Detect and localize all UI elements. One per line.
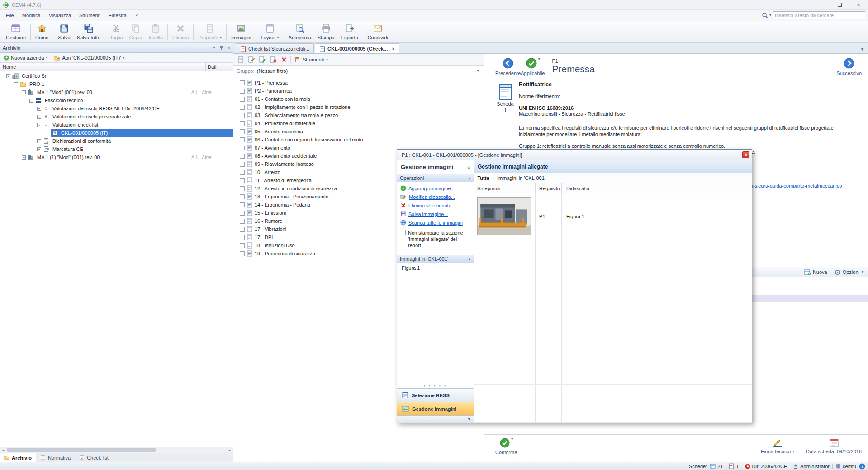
requisito-checkbox[interactable] (240, 80, 245, 85)
condividi-button[interactable]: Condividi (365, 22, 391, 42)
menu-item[interactable]: ? (131, 11, 142, 20)
elimina-selezionata-link[interactable]: Elimina selezionata (400, 202, 470, 209)
machine-thumbnail[interactable] (477, 197, 531, 235)
requisito-checkbox[interactable] (240, 219, 245, 224)
requisito-checkbox[interactable] (240, 202, 245, 207)
tree-expander[interactable] (37, 139, 41, 143)
doc-tab-ckl001[interactable]: CKL-001/000005 (Check... × (315, 43, 399, 53)
requisito-checkbox[interactable] (240, 113, 245, 118)
tab-checklist[interactable]: Check list (75, 453, 113, 462)
nav-splitter[interactable]: ● ● ● ● ● (397, 384, 474, 388)
requisito-item[interactable]: 04 - Proiezione di materiale (233, 119, 484, 127)
requisito-checkbox[interactable] (240, 89, 245, 94)
scrollbar-thumb[interactable] (7, 448, 156, 452)
salva-tutto-button[interactable]: Salva tutto (74, 22, 104, 42)
panel-close-icon[interactable]: × (228, 45, 230, 51)
requisito-checkbox[interactable] (240, 162, 245, 167)
requisito-checkbox[interactable] (240, 154, 245, 159)
conforme-caret[interactable]: ▾ (511, 437, 513, 441)
tree-item-ckl[interactable]: CKL-001/000005 (IT) (0, 129, 233, 137)
collapse-chevron-icon[interactable]: « (467, 164, 470, 170)
successivo-button[interactable]: Successivo (836, 57, 862, 76)
doc-check-tool-icon[interactable] (258, 55, 267, 64)
conforme-button[interactable]: ▾ Conforme (495, 437, 517, 455)
requisito-checkbox[interactable] (240, 146, 245, 150)
tree-expander[interactable] (37, 147, 41, 151)
requisito-item[interactable]: 05 - Arresto macchina (233, 127, 484, 136)
tree-expander[interactable] (37, 107, 41, 111)
modifica-didascalia-link[interactable]: Modifica didascalia... (400, 193, 470, 200)
requisito-checkbox[interactable] (240, 105, 245, 110)
requisito-checkbox[interactable] (240, 97, 245, 102)
panel-position-caret[interactable]: ▾ (213, 46, 215, 50)
menu-item[interactable]: Visualizza (45, 11, 75, 20)
requisito-checkbox[interactable] (240, 121, 245, 126)
dialog-titlebar[interactable]: P1 : CKL-001 - CKL-001/000005 - [Gestion… (397, 150, 752, 160)
stampa-button[interactable]: Stampa (314, 22, 338, 42)
nuova-azienda-button[interactable]: Nuova azienda ▾ (2, 55, 49, 61)
immagini-groupbar[interactable]: Immagini in 'CKL-001' ▲ (397, 255, 474, 263)
salva-button[interactable]: Salva (55, 22, 74, 42)
image-row[interactable]: P1 Figura 1 (474, 193, 752, 240)
dialog-close-button[interactable]: x (742, 151, 749, 158)
salva-immagine-link[interactable]: Salva immagine... (400, 211, 470, 217)
search-options-caret[interactable]: ▾ (769, 14, 771, 17)
column-dati[interactable]: Dati (206, 64, 233, 70)
tree-item-valutazioni-checklist[interactable]: Valutazioni check list (0, 121, 233, 129)
tab-archivio[interactable]: Archivio (0, 453, 36, 462)
no-print-option[interactable]: Non stampare la sezione 'Immagini allega… (397, 228, 474, 249)
tree-item-machine2[interactable]: MA 1 (1) "Mod" (001) rev. 00 A.I. - Attr… (0, 153, 233, 161)
tree-expander[interactable] (37, 123, 41, 127)
horizontal-scrollbar[interactable]: ◄ ► (0, 447, 233, 453)
requisito-checkbox[interactable] (240, 211, 245, 216)
menu-item[interactable]: Finestra (104, 11, 131, 20)
requisito-checkbox[interactable] (240, 178, 245, 183)
immagini-button[interactable]: Immagini (228, 22, 255, 42)
requisito-checkbox[interactable] (240, 235, 245, 240)
data-scheda-field[interactable]: Data scheda: 09/10/2016 (806, 437, 862, 454)
info-globe-icon[interactable] (859, 463, 865, 470)
requisito-checkbox[interactable] (240, 243, 245, 248)
collapse-up-icon[interactable]: ▲ (468, 177, 471, 180)
opzioni-caret[interactable]: ▾ (862, 270, 863, 274)
firma-caret[interactable]: ▾ (792, 450, 794, 453)
applicabile-caret[interactable]: ▾ (538, 57, 540, 61)
nav-overflow-strip[interactable]: ▼ (397, 415, 474, 423)
tree-item-fascicolo[interactable]: Fascicolo tecnico (0, 96, 233, 104)
tree-expander[interactable] (14, 82, 18, 86)
scarica-immagini-link[interactable]: Scarica tutte le immagini (400, 219, 470, 226)
requisito-item[interactable]: 01 - Contatto con la mola (233, 95, 484, 103)
menu-item[interactable]: Strumenti (75, 11, 104, 20)
requisito-checkbox[interactable] (240, 129, 245, 134)
filter-tutte-tab[interactable]: Tutte (474, 173, 493, 183)
strumenti-button[interactable]: Strumenti ▾ (293, 56, 330, 63)
tab-close-icon[interactable]: × (392, 46, 394, 52)
requisito-item[interactable]: 02 - Impigliamento con il pezzo in rotaz… (233, 103, 484, 111)
scroll-left-icon[interactable]: ◄ (0, 447, 6, 453)
tree-item-marcatura[interactable]: CE Marcatura CE (0, 145, 233, 153)
clear-tool-icon[interactable] (280, 55, 289, 64)
tree-item-machine[interactable]: MA 1 "Mod" (001) rev. 00 A.I. - Attre (0, 88, 233, 96)
requisito-checkbox[interactable] (240, 137, 245, 142)
tree-expander[interactable] (6, 74, 10, 78)
doc-tool-icon[interactable] (236, 55, 245, 64)
tree-item-project[interactable]: PRO 1 (0, 80, 233, 88)
tab-normativa[interactable]: Normativa (36, 453, 75, 462)
menu-item[interactable]: Modifica (18, 11, 45, 20)
nuova-button[interactable]: Nuova (804, 269, 827, 275)
reference-link[interactable]: a-sicura-guida-comparto-metalmeccanico (750, 183, 842, 188)
requisito-checkbox[interactable] (240, 170, 245, 175)
apri-button[interactable]: Apri 'CKL-001/000005 (IT)' ▾ (53, 55, 126, 61)
precedente-button[interactable]: Precedente (495, 57, 521, 76)
no-print-checkbox[interactable] (401, 230, 406, 235)
aggiungi-immagine-link[interactable]: Aggiungi immagine... (400, 185, 470, 192)
esporta-button[interactable]: Esporta (338, 22, 361, 42)
tree-expander[interactable] (37, 115, 41, 119)
requisito-checkbox[interactable] (240, 186, 245, 191)
gestione-button[interactable]: Gestione (3, 22, 29, 42)
selected-tree-item[interactable]: CKL-001/000005 (IT) (51, 129, 233, 137)
doc-remove-tool-icon[interactable] (269, 55, 278, 64)
anteprima-button[interactable]: Anteprima (285, 22, 314, 42)
layout-button[interactable]: Layout▾ (258, 22, 282, 42)
maximize-button[interactable] (830, 0, 849, 10)
